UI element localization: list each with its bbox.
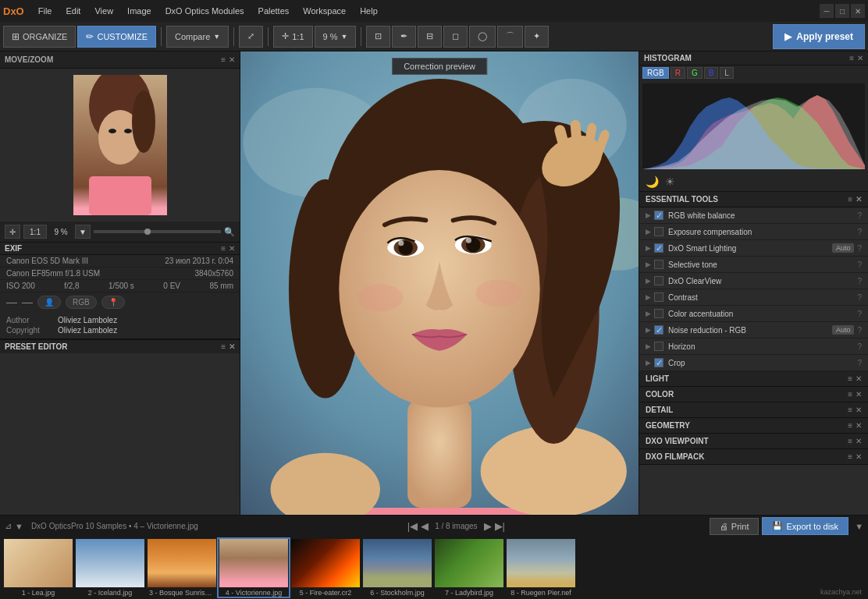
tool-help-3[interactable]: ? xyxy=(857,244,862,253)
preset-menu-icon[interactable]: ≡ xyxy=(221,342,226,351)
filmstrip-sort-button[interactable]: ⊿ xyxy=(5,521,12,531)
apply-preset-button[interactable]: ▶ Apply preset xyxy=(773,24,865,49)
tool-help-4[interactable]: ? xyxy=(857,261,862,269)
exif-rgb-button[interactable]: RGB xyxy=(66,296,97,309)
filmstrip-prev-button[interactable]: ◀ xyxy=(421,520,429,532)
menu-view[interactable]: View xyxy=(88,5,119,17)
section-detail[interactable]: DETAIL ≡ ✕ xyxy=(639,402,868,418)
tool-help-5[interactable]: ? xyxy=(857,277,862,285)
tool-item-color-accentuation[interactable]: ▶ Color accentuation ? xyxy=(639,306,868,322)
tool-item-rgb-wb[interactable]: ▶ ✓ RGB white balance ? xyxy=(639,207,868,224)
export-dropdown-button[interactable]: ▼ xyxy=(855,522,863,531)
section-geometry-close-icon[interactable]: ✕ xyxy=(856,421,862,430)
tool-checkbox-3[interactable]: ✓ xyxy=(654,243,663,253)
menu-image[interactable]: Image xyxy=(121,5,158,17)
tool-item-crop[interactable]: ▶ ✓ Crop ? xyxy=(639,355,868,371)
zoom-move-button[interactable]: ✛ 1:1 xyxy=(273,26,312,48)
close-button[interactable]: ✕ xyxy=(851,4,865,18)
zoom-slider[interactable] xyxy=(94,230,221,233)
filmstrip-next-button[interactable]: ▶ xyxy=(484,520,492,532)
tool-item-smart-lighting[interactable]: ▶ ✓ DxO Smart Lighting Auto ? xyxy=(639,240,868,257)
section-color-close-icon[interactable]: ✕ xyxy=(856,390,862,399)
section-color[interactable]: COLOR ≡ ✕ xyxy=(639,387,868,402)
section-dxo-viewpoint[interactable]: DXO VIEWPOINT ≡ ✕ xyxy=(639,434,868,449)
filmstrip-first-button[interactable]: |◀ xyxy=(407,520,418,532)
film-item-3[interactable]: 3 - Bosque Sunrise... xyxy=(147,539,217,597)
tool-help-6[interactable]: ? xyxy=(857,293,862,302)
film-item-6[interactable]: 6 - Stockholm.jpg xyxy=(362,539,432,597)
menu-palettes[interactable]: Palettes xyxy=(252,5,296,17)
tool-checkbox-9[interactable] xyxy=(654,342,663,351)
histogram-moon-icon[interactable]: 🌙 xyxy=(646,175,659,188)
fit-button[interactable]: ⤢ xyxy=(239,26,263,48)
channel-r-button[interactable]: R xyxy=(671,67,685,79)
section-viewpoint-menu-icon[interactable]: ≡ xyxy=(848,437,852,445)
tool-checkbox-2[interactable] xyxy=(654,227,663,236)
tool-item-clearview[interactable]: ▶ DxO ClearView ? xyxy=(639,273,868,289)
section-filmpack-close-icon[interactable]: ✕ xyxy=(856,452,862,461)
histogram-close-icon[interactable]: ✕ xyxy=(857,54,863,62)
zoom-percent-display[interactable]: 9 % ▼ xyxy=(315,26,357,48)
gradient-tool[interactable]: ⌒ xyxy=(497,26,523,48)
shape-tool-2[interactable]: ◯ xyxy=(469,26,496,48)
tool-checkbox-5[interactable] xyxy=(654,276,663,285)
export-button[interactable]: 💾 Export to disk xyxy=(762,517,848,535)
compare-button[interactable]: Compare ▼ xyxy=(166,26,229,48)
eyedropper-tool[interactable]: ✒ xyxy=(392,26,416,48)
channel-l-button[interactable]: L xyxy=(720,67,734,79)
section-detail-close-icon[interactable]: ✕ xyxy=(856,406,862,414)
zoom-slider-thumb[interactable] xyxy=(144,229,151,235)
horizon-tool[interactable]: ⊟ xyxy=(418,26,442,48)
crop-tool[interactable]: ⊡ xyxy=(366,26,390,48)
brush-tool[interactable]: ✦ xyxy=(525,26,549,48)
histogram-menu-icon[interactable]: ≡ xyxy=(849,54,854,62)
film-item-7[interactable]: 7 - Ladybird.jpg xyxy=(434,539,504,597)
film-item-8[interactable]: 8 - Ruegen Pier.nef xyxy=(506,539,576,597)
section-color-menu-icon[interactable]: ≡ xyxy=(848,390,852,399)
tool-item-exposure[interactable]: ▶ Exposure compensation ? xyxy=(639,224,868,240)
filmstrip-filter-button[interactable]: ▼ xyxy=(15,522,23,531)
menu-help[interactable]: Help xyxy=(354,5,384,17)
section-dxo-filmpack[interactable]: DXO FILMPACK ≡ ✕ xyxy=(639,449,868,465)
panel-menu-icon[interactable]: ≡ xyxy=(221,55,226,64)
tools-close-icon[interactable]: ✕ xyxy=(856,195,862,204)
tool-checkbox-1[interactable]: ✓ xyxy=(654,211,663,220)
tool-help-9[interactable]: ? xyxy=(857,342,862,351)
tool-item-horizon[interactable]: ▶ Horizon ? xyxy=(639,338,868,355)
tool-checkbox-8[interactable]: ✓ xyxy=(654,325,663,335)
tool-checkbox-4[interactable] xyxy=(654,260,663,269)
print-button[interactable]: 🖨 Print xyxy=(710,518,760,535)
exif-menu-icon[interactable]: ≡ xyxy=(221,244,226,253)
filmstrip-last-button[interactable]: ▶| xyxy=(495,520,505,532)
tool-checkbox-6[interactable] xyxy=(654,292,663,302)
film-item-5[interactable]: 5 - Fire-eater.cr2 xyxy=(290,539,361,597)
maximize-button[interactable]: □ xyxy=(835,4,849,18)
film-item-1[interactable]: 1 - Lea.jpg xyxy=(3,539,73,597)
tool-item-noise-reduction[interactable]: ▶ ✓ Noise reduction - RGB Auto ? xyxy=(639,322,868,338)
shape-tool-1[interactable]: ◻ xyxy=(443,26,468,48)
section-detail-menu-icon[interactable]: ≡ xyxy=(848,406,852,414)
exif-close-icon[interactable]: ✕ xyxy=(229,244,235,253)
tool-checkbox-10[interactable]: ✓ xyxy=(654,358,663,367)
film-item-4[interactable]: 4 - Victorienne.jpg xyxy=(219,539,289,597)
zoom-move-mode-button[interactable]: ✛ xyxy=(5,225,20,239)
tool-help-7[interactable]: ? xyxy=(857,310,862,318)
channel-rgb-button[interactable]: RGB xyxy=(642,67,669,79)
tools-menu-icon[interactable]: ≡ xyxy=(848,195,852,204)
tool-help-10[interactable]: ? xyxy=(857,359,862,367)
channel-b-button[interactable]: B xyxy=(704,67,719,79)
zoom-down-button[interactable]: ▼ xyxy=(75,225,91,239)
section-geometry[interactable]: GEOMETRY ≡ ✕ xyxy=(639,418,868,434)
minimize-button[interactable]: ─ xyxy=(820,4,834,18)
channel-g-button[interactable]: G xyxy=(687,67,703,79)
section-viewpoint-close-icon[interactable]: ✕ xyxy=(856,437,862,445)
tool-checkbox-7[interactable] xyxy=(654,309,663,318)
section-light-menu-icon[interactable]: ≡ xyxy=(848,374,852,383)
panel-close-icon[interactable]: ✕ xyxy=(229,55,235,64)
film-item-2[interactable]: 2 - Iceland.jpg xyxy=(75,539,145,597)
tool-item-selective-tone[interactable]: ▶ Selective tone ? xyxy=(639,257,868,273)
histogram-sun-icon[interactable]: ☀ xyxy=(665,175,675,188)
section-geometry-menu-icon[interactable]: ≡ xyxy=(848,421,852,430)
section-filmpack-menu-icon[interactable]: ≡ xyxy=(848,452,852,461)
tool-help-2[interactable]: ? xyxy=(857,228,862,236)
